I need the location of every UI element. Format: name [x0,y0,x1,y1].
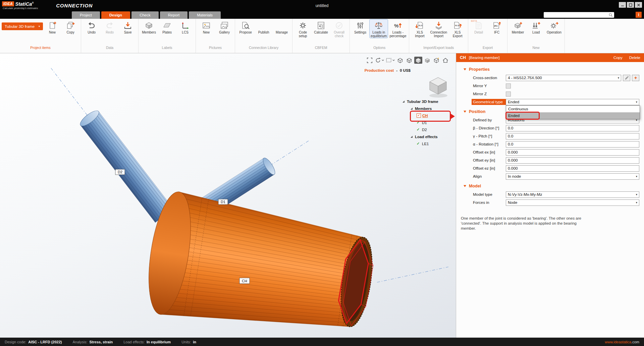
xls-export-button[interactable]: XLSXLS Export [449,19,466,38]
operation-button[interactable]: Operation [545,19,563,34]
publish-button[interactable]: Publish [255,19,272,34]
tree-item-le1[interactable]: ✓LE1 [401,140,456,147]
tree-item-d2[interactable]: ✓D2 [401,126,456,133]
info-button[interactable]: i [636,12,642,18]
expander-icon[interactable] [411,108,413,110]
member-label-d2[interactable]: D2 [115,169,125,175]
cross-section-select[interactable]: 4 - HSS12.75X.500▾ [506,75,621,81]
member-button[interactable]: Member [509,19,527,34]
section-collapse-icon[interactable] [464,111,466,113]
scene-canvas[interactable]: D2 D1 CH [0,53,456,338]
tab-materials[interactable]: Materials [189,11,221,19]
view-cube-light-icon[interactable] [432,57,440,64]
undo-button[interactable]: Undo [83,19,100,34]
section-title: Model [469,184,481,188]
chevron-down-icon[interactable] [381,57,384,64]
edit-cross-section-button[interactable] [623,75,630,81]
copy-member-button[interactable]: Copy [613,56,623,60]
orbit-icon[interactable] [375,57,384,64]
tree-group-load-effects[interactable]: Load effects [401,133,456,140]
loads-percentage-button[interactable]: %Loads - percentage [388,19,407,38]
member-ch-cylinder[interactable] [142,189,380,338]
new-button[interactable]: New [44,19,61,34]
expander-icon[interactable] [411,136,413,138]
copy-button[interactable]: Copy [62,19,79,34]
field-value: N-Vy-Vz-Mx-My-Mz [508,192,542,197]
gallery-button[interactable]: Gallery [216,19,233,34]
plates-button[interactable]: Plates [158,19,176,34]
button-label: New [49,31,56,34]
code-setup-button[interactable]: Code setup [294,19,312,38]
property-value: 4 - HSS12.75X.500▾+ [506,75,639,81]
tab-check[interactable]: Check [131,11,159,19]
add-cross-section-button[interactable]: + [632,75,639,81]
section-collapse-icon[interactable] [464,68,466,70]
offset-ey-in-input[interactable]: 0.000 [506,157,639,164]
status-label: Design code: [5,340,26,344]
member-d2-cylinder[interactable] [78,108,173,223]
tab-design[interactable]: Design [101,11,130,19]
website-link[interactable]: www.ideastatica.com [605,340,639,344]
lcs-button[interactable]: LCS [176,19,194,34]
calculate-button[interactable]: Calculate [312,19,330,34]
beta-badge: BETA [471,20,477,22]
maximize-button[interactable] [627,2,634,8]
navigation-cube[interactable] [425,74,451,100]
mirror-y-checkbox[interactable] [506,83,511,89]
delete-member-button[interactable]: Delete [629,56,640,60]
search-icon[interactable] [608,13,613,17]
viewport-3d[interactable]: D2 D1 CH Production cost - 0 US$ [0,53,456,338]
chevron-down-icon: ▾ [636,175,637,178]
view-cube-shaded-icon[interactable] [423,57,431,64]
dropdown-option-ended[interactable]: Ended [506,112,640,119]
xls-import-button[interactable]: XLSXLS Import [411,19,428,38]
section-collapse-icon[interactable] [464,185,466,187]
tab-project[interactable]: Project [72,11,100,19]
geometrical-type-select[interactable]: Ended▾ [506,99,639,105]
view-cube-solid-icon[interactable] [414,57,422,64]
tubular-3d-frame-combo[interactable]: Tubular 3D frame▾ [2,22,43,30]
mirror-z-checkbox[interactable] [506,92,511,97]
search-box[interactable] [544,12,614,18]
offset-ex-in-input[interactable]: 0.000 [506,149,639,156]
expander-icon[interactable] [402,101,405,103]
offset-ez-in-input[interactable]: 0.000 [506,165,639,172]
zoom-fit-icon[interactable] [366,57,374,64]
tree-root[interactable]: Tubular 3D frame [401,98,456,105]
ifc-button[interactable]: IFCIFC [488,19,505,34]
align-select[interactable]: In node▾ [506,173,639,180]
status-analysis: Analysis:Stress, strain [72,340,113,344]
save-button[interactable]: Save [119,19,137,34]
new-button[interactable]: New [198,19,215,34]
chevron-down-icon: ▾ [618,76,619,79]
pitch-input[interactable]: 0.0 [506,133,639,139]
members-button[interactable]: Members [140,19,158,34]
propose-button[interactable]: Propose [237,19,254,34]
section-properties[interactable]: Properties [456,65,644,74]
connection-import-button[interactable]: Connection Import [429,19,448,38]
member-label-ch[interactable]: CH [239,278,250,284]
chevron-down-icon[interactable] [392,57,395,64]
status-label: Units: [181,340,191,344]
section-model[interactable]: Model [456,182,644,190]
forces-in-select[interactable]: Node▾ [506,199,639,206]
member-label-d1[interactable]: D1 [218,199,228,205]
button-label: Redo [106,31,114,34]
manage-button[interactable]: Manage [273,19,290,34]
close-button[interactable] [635,2,642,8]
dropdown-option-continuous[interactable]: Continuous [506,106,640,112]
direction-input[interactable]: 0.0 [506,125,639,131]
load-button[interactable]: Load [527,19,545,34]
model-type-select[interactable]: N-Vy-Vz-Mx-My-Mz▾ [506,191,639,198]
rotation-input[interactable]: 0.0 [506,141,639,148]
view-cube-wire-icon[interactable] [396,57,404,64]
ribbon: Tubular 3D frame▾NewCopyProject itemsUnd… [0,19,644,53]
loads-in-equilibrium-button[interactable]: Loads in equilibrium [370,19,388,38]
select-area-icon[interactable] [385,57,395,64]
search-input[interactable] [545,13,608,17]
home-view-icon[interactable] [441,57,449,64]
tab-report[interactable]: Report [160,11,188,19]
minimize-button[interactable] [619,2,626,8]
settings-button[interactable]: Settings [352,19,369,34]
view-cube-mesh-icon[interactable] [405,57,413,64]
